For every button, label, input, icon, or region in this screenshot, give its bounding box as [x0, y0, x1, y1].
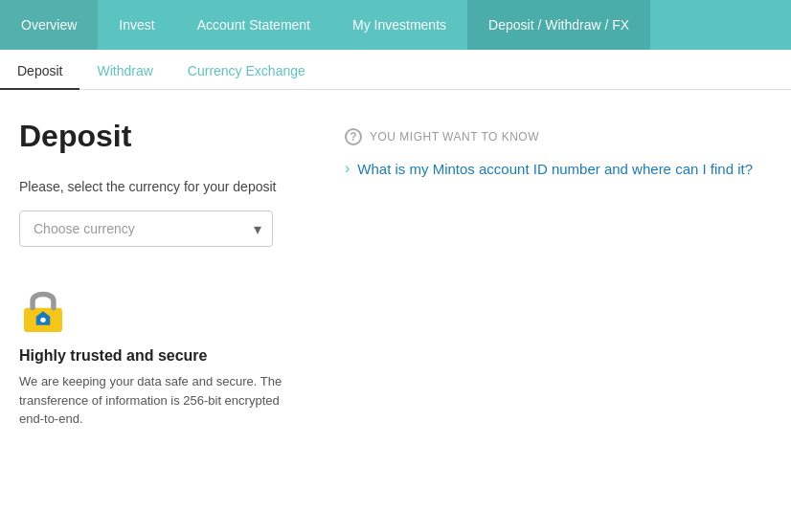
faq-link[interactable]: What is my Mintos account ID number and …: [357, 159, 753, 179]
chevron-down-icon: ›: [345, 160, 350, 177]
svg-point-1: [40, 318, 45, 322]
trust-section: Highly trusted and secure We are keeping…: [19, 285, 306, 429]
subnav-withdraw[interactable]: Withdraw: [79, 54, 170, 90]
left-panel: Deposit Please, select the currency for …: [19, 119, 306, 429]
trust-title: Highly trusted and secure: [19, 347, 306, 365]
nav-account-statement[interactable]: Account Statement: [176, 0, 331, 50]
lock-icon: [19, 285, 67, 333]
subnav-currency-exchange[interactable]: Currency Exchange: [170, 54, 323, 90]
info-label: YOU MIGHT WANT TO KNOW: [370, 130, 539, 144]
main-content: Deposit Please, select the currency for …: [0, 90, 791, 448]
nav-my-investments[interactable]: My Investments: [331, 0, 467, 50]
nav-deposit-withdraw-fx[interactable]: Deposit / Withdraw / FX: [467, 0, 650, 50]
select-label: Please, select the currency for your dep…: [19, 177, 306, 197]
currency-select[interactable]: Choose currency: [19, 211, 273, 247]
nav-overview[interactable]: Overview: [0, 0, 98, 50]
info-header: ? YOU MIGHT WANT TO KNOW: [345, 128, 772, 145]
sub-navigation: Deposit Withdraw Currency Exchange: [0, 50, 791, 90]
nav-invest[interactable]: Invest: [98, 0, 175, 50]
trust-text: We are keeping your data safe and secure…: [19, 372, 306, 429]
currency-select-wrapper: Choose currency: [19, 211, 273, 247]
info-icon: ?: [345, 128, 362, 145]
top-navigation: Overview Invest Account Statement My Inv…: [0, 0, 791, 50]
right-panel: ? YOU MIGHT WANT TO KNOW › What is my Mi…: [345, 119, 772, 429]
subnav-deposit[interactable]: Deposit: [0, 54, 79, 90]
faq-item: › What is my Mintos account ID number an…: [345, 159, 772, 179]
page-title: Deposit: [19, 119, 306, 154]
